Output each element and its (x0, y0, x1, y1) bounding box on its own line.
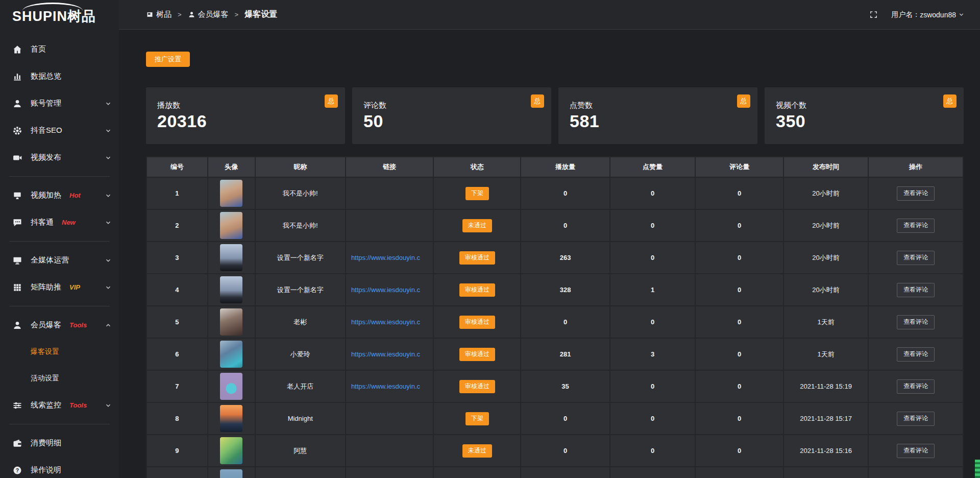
sidebar-item-account-mgmt[interactable]: 账号管理 (0, 90, 119, 117)
view-comments-button[interactable]: 查看评论 (897, 186, 935, 201)
cell-plays: 0 (521, 403, 610, 435)
status-badge-button[interactable]: 审核通过 (459, 316, 495, 329)
video-link[interactable]: https://www.iesdouyin.c (351, 286, 420, 294)
sidebar-item-label: 首页 (31, 44, 46, 54)
video-link[interactable]: https://www.iesdouyin.c (351, 350, 420, 358)
status-badge-button[interactable]: 未通过 (462, 219, 492, 232)
floating-widget[interactable] (975, 460, 980, 478)
cell-action: 查看评论 (869, 274, 963, 306)
sidebar-item-label: 全媒体运营 (31, 255, 69, 265)
brand-logo: SHUPIN树品 (0, 0, 119, 30)
total-badge: 总 (325, 94, 338, 108)
video-icon (12, 153, 22, 163)
view-comments-button[interactable]: 查看评论 (897, 219, 935, 233)
cell-action (869, 467, 963, 478)
cell-nickname: 设置一个新名字 (256, 242, 346, 274)
chevron-down-icon (958, 11, 965, 18)
status-badge-button[interactable]: 审核通过 (459, 251, 495, 265)
status-badge-button[interactable]: 下架 (465, 412, 489, 425)
view-comments-button[interactable]: 查看评论 (897, 315, 935, 329)
view-comments-button[interactable]: 查看评论 (897, 379, 935, 394)
avatar (220, 308, 242, 336)
breadcrumb: 树品 > 会员爆客 > 爆客设置 (146, 9, 277, 20)
cell-plays: 0 (521, 210, 610, 242)
sidebar-item-douyin-seo[interactable]: 抖音SEO (0, 117, 119, 144)
sidebar-item-instructions[interactable]: ?操作说明 (0, 457, 119, 478)
cell-time: 20小时前 (784, 210, 869, 242)
sidebar-item-video-heat[interactable]: 视频加热Hot (0, 182, 119, 209)
sidebar-item-doukotong[interactable]: 抖客通New (0, 209, 119, 236)
view-comments-button[interactable]: 查看评论 (897, 251, 935, 265)
stat-card-comments: 评论数 50 总 (352, 87, 551, 144)
user-menu[interactable]: 用户名： zswodun88 (891, 10, 965, 19)
chat-icon (12, 218, 22, 228)
sidebar-item-video-publish[interactable]: 视频发布 (0, 144, 119, 171)
app-icon (146, 11, 154, 18)
cell-plays: 0 (521, 435, 610, 467)
sidebar-item-member-baoke[interactable]: 会员爆客Tools (0, 312, 119, 339)
video-link[interactable]: https://www.iesdouyin.c (351, 318, 420, 326)
cell-nickname: 老人开店 (256, 371, 346, 403)
column-header: 评论量 (696, 157, 784, 178)
view-comments-button[interactable]: 查看评论 (897, 347, 935, 362)
status-badge-button[interactable]: 审核通过 (459, 380, 495, 393)
total-badge: 总 (531, 94, 544, 108)
cell-likes (610, 467, 696, 478)
cell-likes: 0 (610, 178, 696, 210)
avatar (220, 405, 242, 432)
cell-number: 8 (147, 403, 208, 435)
cell-link: https://www.iesdouyin.c (346, 242, 434, 274)
cell-avatar (208, 339, 256, 371)
stat-value: 581 (570, 111, 757, 131)
video-link[interactable]: https://www.iesdouyin.c (351, 254, 420, 261)
cell-number (147, 467, 208, 478)
chevron-down-icon (105, 257, 112, 264)
content-area: 推广设置 播放数 20316 总 评论数 50 总 点赞数 581 总 (119, 30, 980, 478)
cell-status (434, 467, 521, 478)
sidebar-item-matrix-boost[interactable]: 矩阵助推VIP (0, 274, 119, 301)
view-comments-button[interactable]: 查看评论 (897, 444, 935, 458)
sidebar-item-home[interactable]: 首页 (0, 36, 119, 63)
cell-status: 未通过 (434, 435, 521, 467)
status-badge-button[interactable]: 未通过 (462, 444, 492, 458)
view-comments-button[interactable]: 查看评论 (897, 283, 935, 297)
stats-row: 播放数 20316 总 评论数 50 总 点赞数 581 总 视频个数 350 (146, 87, 964, 144)
cell-likes: 0 (610, 210, 696, 242)
sidebar-item-consumption[interactable]: 消费明细 (0, 429, 119, 457)
cell-comments: 0 (696, 403, 784, 435)
promotion-settings-button[interactable]: 推广设置 (146, 52, 190, 67)
status-badge-button[interactable]: 审核通过 (459, 348, 495, 361)
status-badge-button[interactable]: 审核通过 (459, 283, 495, 297)
chevron-down-icon (105, 154, 112, 161)
avatar (220, 437, 242, 464)
page-title: 爆客设置 (244, 9, 277, 20)
cell-likes: 0 (610, 403, 696, 435)
monitor-icon (12, 255, 22, 266)
sidebar-item-data-overview[interactable]: 数据总览 (0, 63, 119, 90)
status-badge-button[interactable]: 下架 (465, 187, 489, 200)
avatar (220, 276, 242, 303)
breadcrumb-item-member[interactable]: 会员爆客 (198, 10, 229, 19)
cell-time (784, 467, 869, 478)
avatar (220, 212, 242, 239)
cell-number: 7 (147, 371, 208, 403)
cell-plays: 281 (521, 339, 610, 371)
username: zswodun88 (920, 11, 956, 19)
cell-comments: 0 (696, 210, 784, 242)
sidebar-subitem-baoke-settings[interactable]: 爆客设置 (0, 339, 119, 365)
cell-plays (521, 467, 610, 478)
cell-likes: 0 (610, 435, 696, 467)
stat-card-videos: 视频个数 350 总 (765, 87, 964, 144)
sidebar-subitem-activity-settings[interactable]: 活动设置 (0, 365, 119, 392)
view-comments-button[interactable]: 查看评论 (897, 412, 935, 426)
sidebar-item-media-ops[interactable]: 全媒体运营 (0, 247, 119, 274)
logo-arc-decoration (22, 3, 83, 11)
breadcrumb-item-shupin[interactable]: 树品 (156, 10, 172, 19)
cell-number: 5 (147, 306, 208, 339)
video-link[interactable]: https://www.iesdouyin.c (351, 383, 420, 390)
avatar (220, 244, 242, 271)
sidebar-item-label: 会员爆客 (31, 320, 61, 330)
sidebar-item-clue-monitor[interactable]: 线索监控Tools (0, 392, 119, 419)
cell-number: 2 (147, 210, 208, 242)
fullscreen-icon[interactable] (869, 10, 878, 19)
